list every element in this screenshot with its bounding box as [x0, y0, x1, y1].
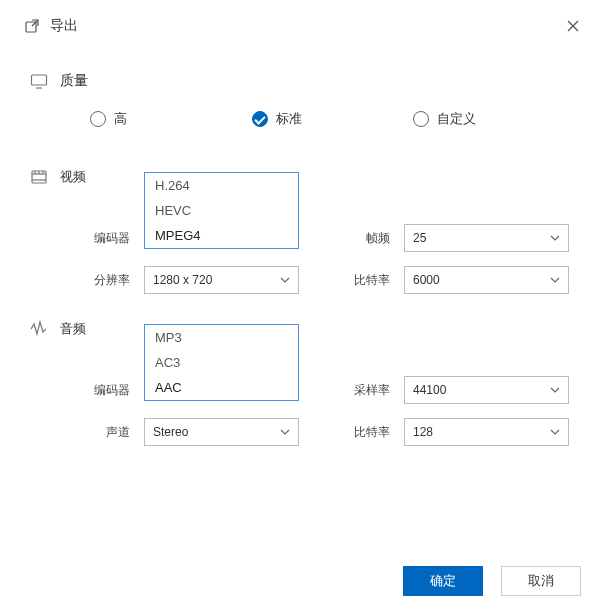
audio-samplerate-label: 采样率 — [320, 382, 390, 399]
radio-icon — [413, 111, 429, 127]
video-resolution-label: 分辨率 — [60, 272, 130, 289]
video-fps-select[interactable]: 25 — [404, 224, 569, 252]
select-value: 128 — [413, 425, 433, 439]
chevron-down-icon — [280, 275, 290, 285]
select-value: 44100 — [413, 383, 446, 397]
audio-samplerate-select[interactable]: 44100 — [404, 376, 569, 404]
video-encoder-label: 编码器 — [60, 230, 130, 247]
quality-section-title: 质量 — [60, 72, 88, 90]
audio-encoder-option[interactable]: AC3 — [145, 350, 298, 375]
chevron-down-icon — [550, 233, 560, 243]
audio-encoder-select[interactable]: MP3 AC3 AAC — [144, 324, 299, 402]
chevron-down-icon — [550, 385, 560, 395]
chevron-down-icon — [280, 427, 290, 437]
video-encoder-option[interactable]: HEVC — [145, 198, 298, 223]
dialog-title: 导出 — [50, 17, 561, 35]
export-icon — [24, 18, 40, 34]
close-button[interactable] — [561, 14, 585, 38]
cancel-button[interactable]: 取消 — [501, 566, 581, 596]
radio-label: 标准 — [276, 110, 302, 128]
chevron-down-icon — [550, 275, 560, 285]
video-bitrate-label: 比特率 — [320, 272, 390, 289]
audio-bitrate-select[interactable]: 128 — [404, 418, 569, 446]
cancel-label: 取消 — [528, 572, 554, 590]
audio-bitrate-label: 比特率 — [320, 424, 390, 441]
quality-radio-high[interactable]: 高 — [90, 110, 252, 128]
audio-channel-select[interactable]: Stereo — [144, 418, 299, 446]
audio-encoder-label: 编码器 — [60, 382, 130, 399]
video-encoder-option[interactable]: H.264 — [145, 173, 298, 198]
audio-encoder-option[interactable]: MP3 — [145, 325, 298, 350]
quality-radio-standard[interactable]: 标准 — [252, 110, 414, 128]
ok-button[interactable]: 确定 — [403, 566, 483, 596]
svg-rect-3 — [32, 75, 47, 85]
radio-icon-selected — [252, 111, 268, 127]
radio-icon — [90, 111, 106, 127]
audio-encoder-option[interactable]: AAC — [145, 375, 298, 400]
video-encoder-select[interactable]: H.264 HEVC MPEG4 — [144, 172, 299, 250]
audio-channel-label: 声道 — [60, 424, 130, 441]
select-value: Stereo — [153, 425, 188, 439]
radio-label: 高 — [114, 110, 127, 128]
video-encoder-option[interactable]: MPEG4 — [145, 223, 298, 248]
select-value: 1280 x 720 — [153, 273, 212, 287]
select-value: 25 — [413, 231, 426, 245]
quality-radio-group: 高 标准 自定义 — [30, 110, 575, 128]
video-fps-label: 帧频 — [320, 230, 390, 247]
video-bitrate-select[interactable]: 6000 — [404, 266, 569, 294]
radio-label: 自定义 — [437, 110, 476, 128]
video-resolution-select[interactable]: 1280 x 720 — [144, 266, 299, 294]
quality-radio-custom[interactable]: 自定义 — [413, 110, 575, 128]
chevron-down-icon — [550, 427, 560, 437]
monitor-icon — [30, 72, 48, 90]
ok-label: 确定 — [430, 572, 456, 590]
select-value: 6000 — [413, 273, 440, 287]
